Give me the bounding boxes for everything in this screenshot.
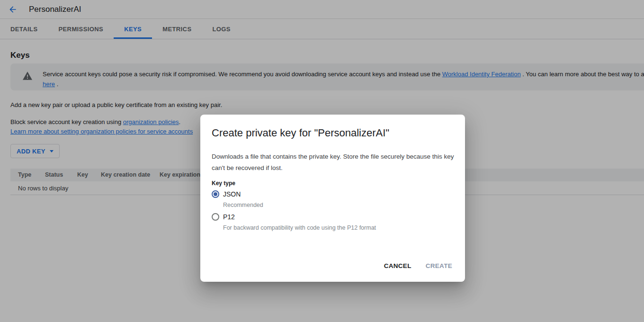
radio-json-label[interactable]: JSON <box>223 190 241 198</box>
dialog-title: Create private key for "PersonalizerAI" <box>212 127 389 139</box>
key-type-label: Key type <box>212 180 235 187</box>
radio-p12-description: For backward compatibility with code usi… <box>223 224 376 231</box>
create-button[interactable]: CREATE <box>426 260 452 271</box>
cancel-button[interactable]: CANCEL <box>384 260 411 271</box>
radio-json-description: Recommended <box>223 202 263 208</box>
radio-json[interactable] <box>212 190 219 198</box>
radio-p12[interactable] <box>212 213 219 221</box>
dialog-actions: CANCEL CREATE <box>384 260 452 271</box>
radio-p12-label[interactable]: P12 <box>223 213 235 221</box>
create-private-key-dialog: Create private key for "PersonalizerAI" … <box>200 115 465 282</box>
dialog-description: Downloads a file that contains the priva… <box>212 151 454 174</box>
